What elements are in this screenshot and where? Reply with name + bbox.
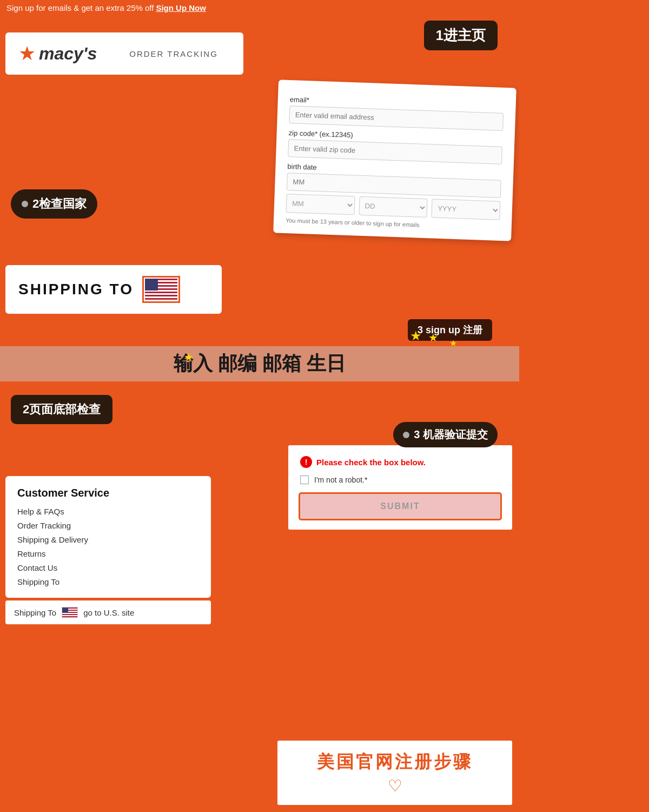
star-icon-1: ★ [410, 328, 422, 344]
cs-link-shipping[interactable]: Shipping & Delivery [17, 535, 88, 544]
captcha-error-row: ! Please check the box below. [300, 456, 500, 468]
customer-service-title: Customer Service [17, 487, 199, 499]
input-hint-text: 输入 邮编 邮箱 生日 [0, 346, 519, 381]
step2-label-text: 2检查国家 [32, 196, 87, 212]
macys-header-card: ★ macy's ORDER TRACKING [5, 32, 243, 75]
macys-brand-name: macy's [39, 44, 97, 64]
robot-label: I'm not a robot.* [314, 476, 367, 484]
flag-box [142, 276, 180, 303]
month-select[interactable]: MM [286, 194, 355, 215]
age-notice: You must be 13 years or older to sign up… [286, 217, 500, 231]
top-banner: Sign up for emails & get an extra 25% of… [0, 0, 519, 16]
cs-link-contact[interactable]: Contact Us [17, 563, 57, 572]
customer-service-links: Help & FAQs Order Tracking Shipping & De… [17, 507, 199, 587]
submit-button[interactable]: SUBMIT [300, 494, 500, 519]
bottom-banner-title: 美国官网注册步骤 [289, 750, 500, 774]
go-us-site-link[interactable]: go to U.S. site [83, 608, 134, 617]
cs-link-shipping-to[interactable]: Shipping To [17, 577, 59, 586]
banner-text: Sign up for emails & get an extra 25% of… [6, 3, 154, 12]
bottom-banner-heart: ♡ [289, 776, 500, 795]
step2-label: 2检查国家 [11, 189, 97, 219]
macys-star-icon: ★ [18, 42, 36, 65]
day-select[interactable]: DD [359, 196, 428, 217]
captcha-card: ! Please check the box below. I'm not a … [287, 444, 514, 531]
shipping-footer-row: Shipping To go to U.S. site [5, 600, 211, 624]
star-icon-4: ★ [184, 351, 194, 364]
shipping-card: SHIPPING TO [5, 265, 222, 314]
error-icon: ! [300, 456, 312, 468]
customer-service-section: Customer Service Help & FAQs Order Track… [5, 476, 211, 598]
step3b-label-text: 3 机器验证提交 [414, 427, 488, 442]
step1-label: 1进主页 [424, 21, 498, 50]
year-select[interactable]: YYYY [432, 199, 501, 220]
step3-label-text: 3 sign up 注册 [418, 325, 482, 335]
cs-link-order-tracking[interactable]: Order Tracking [17, 521, 71, 530]
macys-logo: ★ macy's [18, 42, 97, 65]
shipping-text: SHIPPING TO [18, 281, 134, 298]
signup-form-card: email* zip code* (ex.12345) birth date M… [273, 80, 516, 241]
signup-link[interactable]: Sign Up Now [156, 3, 206, 12]
robot-checkbox[interactable] [300, 476, 309, 484]
cs-link-returns[interactable]: Returns [17, 549, 46, 558]
footer-flag-icon [62, 607, 78, 618]
star-icon-3: ★ [449, 338, 457, 348]
step3b-label: 3 机器验证提交 [393, 422, 498, 447]
captcha-error-text: Please check the box below. [316, 458, 426, 467]
shipping-footer-label: Shipping To [14, 608, 56, 617]
bottom-banner: 美国官网注册步骤 ♡ [276, 739, 514, 807]
step2b-label: 2页面底部检查 [11, 395, 112, 424]
order-tracking-label[interactable]: ORDER TRACKING [129, 49, 218, 58]
cs-link-help[interactable]: Help & FAQs [17, 507, 64, 516]
robot-row: I'm not a robot.* [300, 476, 500, 484]
us-flag-icon [145, 279, 177, 300]
star-icon-2: ★ [428, 331, 438, 344]
